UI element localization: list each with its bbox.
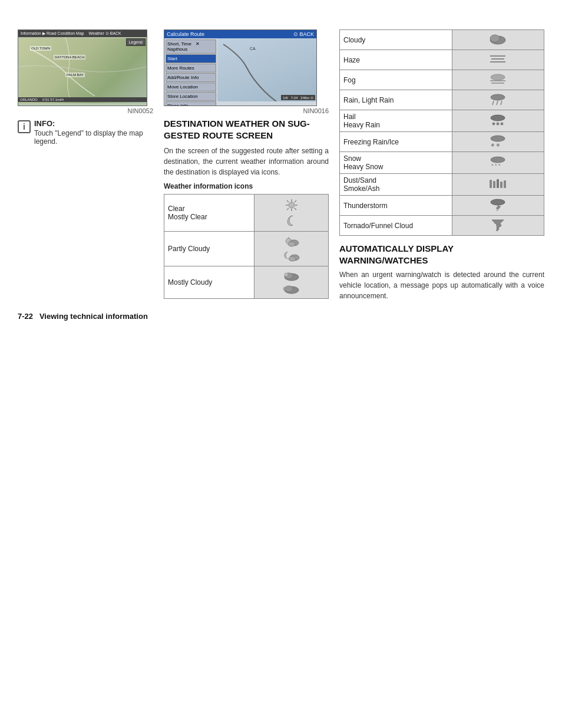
weather-icon-haze — [452, 50, 544, 70]
partly-cloudy-night-icon — [283, 249, 300, 262]
page-number: 7-22 — [18, 312, 33, 321]
calc-map: CA 1/6 7:24 246m ⊙ — [217, 38, 316, 101]
svg-point-33 — [491, 115, 505, 121]
svg-rect-41 — [490, 180, 492, 188]
svg-point-39 — [491, 157, 505, 163]
info-content: INFO: Touch "Legend" to display the map … — [34, 119, 153, 146]
sun-icon — [285, 198, 299, 212]
partly-cloudy-icons — [258, 234, 325, 263]
page-layout: Information ▶ Road Condition Map Weather… — [18, 12, 544, 321]
menu-store-location[interactable]: Store Location — [166, 92, 216, 101]
mid-screen-caption: NIN0016 — [164, 107, 329, 114]
svg-text:CA: CA — [250, 47, 256, 51]
calc-bottom-info: 1/6 7:24 246m ⊙ — [281, 95, 315, 100]
freezing-rain-icon: ❄ ❄ — [489, 134, 507, 147]
mostly-cloudy-day-icon — [283, 270, 300, 282]
weather-row-thunderstorm: Thunderstorm — [340, 196, 544, 216]
weather-icon-cell-clear — [254, 195, 329, 232]
weather-icon-fog — [452, 70, 544, 90]
cloudy-icon — [489, 32, 507, 45]
svg-line-31 — [497, 101, 498, 105]
nav-screen-mid: Calculate Route ⊙ BACK Short, Time ✕ Nap… — [164, 29, 317, 106]
svg-line-8 — [295, 200, 296, 202]
weather-table-middle: ClearMostly Clear — [164, 194, 329, 299]
hail-icon — [489, 114, 507, 127]
weather-icon-rain — [452, 90, 544, 110]
weather-icons-label: Weather information icons — [164, 182, 329, 190]
menu-move-location[interactable]: Move Location — [166, 83, 216, 91]
weather-icon-freezing-rain: ❄ ❄ — [452, 132, 544, 152]
svg-line-30 — [492, 101, 494, 105]
calc-top-bar: Calculate Route ⊙ BACK — [164, 30, 316, 38]
city-label-3: PALM BAY — [65, 73, 85, 77]
menu-more-routes[interactable]: More Routes — [166, 64, 216, 73]
weather-row-tornado: Tornado/Funnel Cloud — [340, 216, 544, 236]
tornado-icon — [489, 218, 507, 231]
svg-point-46 — [491, 199, 505, 205]
weather-table-right: Cloudy Haze — [339, 29, 544, 236]
weather-label-haze: Haze — [340, 50, 452, 70]
snow-icon: * * * — [489, 156, 507, 169]
nav-bottom-bar: ORLANDO 0:51 57.1mi/h — [18, 97, 147, 102]
svg-line-6 — [287, 200, 289, 202]
weather-row-mostly-cloudy: Mostly Cloudy — [164, 266, 329, 299]
weather-label-mostly-cloudy: Mostly Cloudy — [164, 266, 254, 299]
auto-display-body: When an urgent warning/watch is detected… — [339, 269, 544, 301]
weather-icon-cell-mostly-cloudy — [254, 266, 329, 299]
destination-weather-heading: DESTINATION WEATHER ON SUG-GESTED ROUTE … — [164, 118, 329, 141]
weather-row-partly-cloudy: Partly Cloudy — [164, 232, 329, 266]
mostly-cloudy-night-icon — [283, 283, 300, 295]
map-area: OLD TOWN DAYTONA BEACH PALM BAY Legend O… — [18, 37, 147, 102]
haze-icon — [489, 52, 507, 65]
weather-row-clear: ClearMostly Clear — [164, 195, 329, 232]
mostly-cloudy-icons — [258, 269, 325, 296]
svg-point-35 — [497, 123, 499, 125]
calc-menu: Short, Time ✕ Napthous Start More Routes… — [164, 38, 217, 106]
weather-label-freezing-rain: Freezing Rain/Ice — [340, 132, 452, 152]
info-text: Touch "Legend" to display the map legend… — [34, 129, 153, 146]
weather-row-freezing-rain: Freezing Rain/Ice ❄ ❄ — [340, 132, 544, 152]
weather-label-snow: SnowHeavy Snow — [340, 152, 452, 174]
weather-row-snow: SnowHeavy Snow * * * — [340, 152, 544, 174]
weather-icon-tornado — [452, 216, 544, 236]
svg-line-32 — [501, 101, 502, 105]
clear-icons — [258, 197, 325, 229]
weather-label-rain: Rain, Light Rain — [340, 90, 452, 110]
auto-display-heading: AUTOMATICALLY DISPLAY WARNING/WATCHES — [339, 243, 544, 266]
svg-marker-47 — [496, 205, 501, 211]
legend-button[interactable]: Legend — [126, 38, 146, 46]
weather-icon-dust — [452, 174, 544, 196]
nav-screen-left: Information ▶ Road Condition Map Weather… — [18, 29, 147, 106]
svg-text:* * *: * * * — [491, 163, 501, 169]
menu-add-route[interactable]: Add/Route Info — [166, 73, 216, 82]
menu-short-time[interactable]: Short, Time ✕ Napthous — [166, 39, 216, 54]
nav-top-bar-title: Information ▶ Road Condition Map Weather… — [21, 31, 121, 36]
weather-icon-snow: * * * — [452, 152, 544, 174]
svg-line-7 — [295, 208, 296, 210]
weather-label-thunderstorm: Thunderstorm — [340, 196, 452, 216]
menu-place-info[interactable]: Place Info — [166, 101, 216, 106]
calc-back: ⊙ BACK — [293, 31, 314, 37]
weather-row-rain: Rain, Light Rain — [340, 90, 544, 110]
svg-point-36 — [501, 123, 503, 125]
weather-icon-thunderstorm — [452, 196, 544, 216]
partly-cloudy-day-icon — [283, 235, 300, 248]
weather-row-dust: Dust/SandSmoke/Ash — [340, 174, 544, 196]
middle-column: Calculate Route ⊙ BACK Short, Time ✕ Nap… — [164, 29, 329, 299]
calc-content: Short, Time ✕ Napthous Start More Routes… — [164, 38, 316, 106]
menu-start[interactable]: Start — [166, 54, 216, 63]
svg-point-26 — [491, 74, 505, 80]
city-label-1: OLD TOWN — [30, 46, 51, 51]
svg-rect-43 — [497, 179, 499, 188]
svg-rect-42 — [493, 181, 495, 188]
weather-row-haze: Haze — [340, 50, 544, 70]
svg-rect-45 — [504, 180, 506, 188]
moon-icon — [285, 213, 299, 228]
left-screen-caption: NIN0052 — [18, 107, 153, 114]
svg-point-15 — [289, 256, 296, 261]
svg-line-9 — [287, 208, 289, 210]
weather-label-clear: ClearMostly Clear — [164, 195, 254, 232]
page-section-title: Viewing technical information — [39, 312, 148, 321]
weather-label-cloudy: Cloudy — [340, 30, 452, 50]
svg-point-20 — [285, 286, 293, 292]
